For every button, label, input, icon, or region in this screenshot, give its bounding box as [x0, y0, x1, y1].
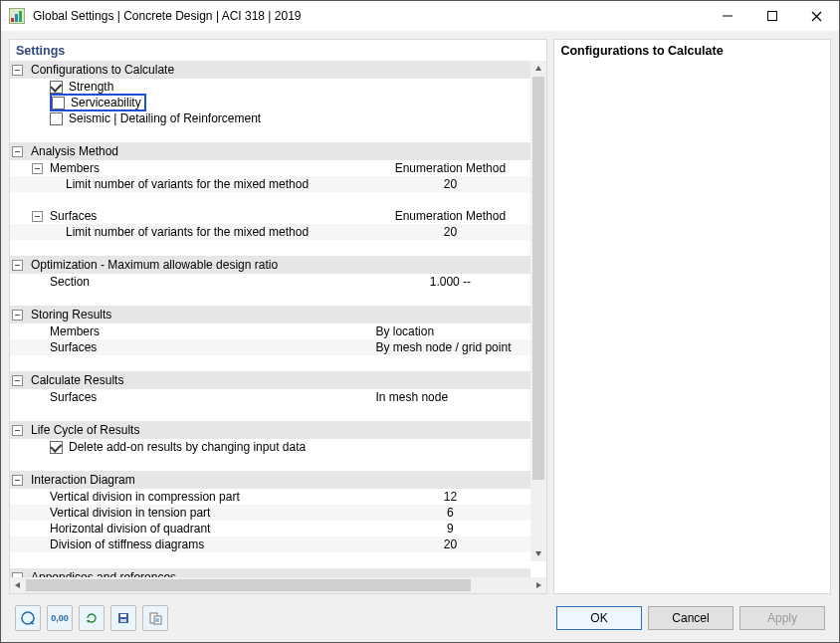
apply-button[interactable]: Apply [739, 606, 825, 630]
scroll-thumb[interactable] [26, 579, 471, 591]
collapse-icon[interactable] [12, 475, 23, 486]
scroll-thumb[interactable] [532, 77, 544, 480]
value[interactable]: 1.000 -- [375, 275, 530, 289]
collapse-icon[interactable] [12, 425, 23, 436]
collapse-icon[interactable] [12, 65, 23, 76]
scroll-track[interactable] [530, 77, 546, 545]
svg-marker-18 [535, 66, 541, 71]
row-surfaces-limit[interactable]: Limit number of variants for the mixed m… [10, 224, 530, 240]
row-seismic: Seismic | Detailing of Reinforcement [10, 110, 530, 126]
group-label: Appendices and references [31, 570, 176, 577]
value[interactable]: In mesh node [375, 390, 530, 404]
group-optimization[interactable]: Optimization - Maximum allowable design … [10, 256, 530, 274]
save-button[interactable] [110, 605, 136, 631]
close-button[interactable] [794, 2, 839, 30]
svg-rect-29 [154, 616, 161, 624]
group-label: Storing Results [31, 308, 111, 322]
value[interactable]: By mesh node / grid point [375, 340, 530, 354]
checkbox-seismic[interactable] [50, 112, 63, 125]
row-storing-surfaces[interactable]: Surfaces By mesh node / grid point [10, 339, 530, 355]
refresh-button[interactable] [79, 605, 105, 631]
right-panel-title: Configurations to Calculate [554, 40, 830, 61]
label: Section [50, 275, 90, 289]
group-storing[interactable]: Storing Results [10, 306, 530, 323]
cancel-button[interactable]: Cancel [648, 606, 734, 630]
units-button[interactable]: 0,00 [47, 605, 73, 631]
group-label: Interaction Diagram [31, 473, 135, 487]
panels: Settings Configurations to Calculate Str… [9, 39, 831, 594]
scroll-down-icon[interactable] [530, 545, 546, 561]
group-label: Configurations to Calculate [31, 63, 174, 77]
scroll-up-icon[interactable] [530, 61, 546, 77]
svg-rect-27 [120, 619, 126, 622]
report-button[interactable] [142, 605, 168, 631]
checkbox-strength[interactable] [50, 81, 63, 94]
minimize-button[interactable] [705, 2, 749, 30]
value[interactable]: Enumeration Method [375, 209, 530, 223]
ok-button[interactable]: OK [556, 606, 642, 630]
group-lifecycle[interactable]: Life Cycle of Results [10, 421, 530, 439]
svg-rect-1 [11, 18, 14, 22]
label: Limit number of variants for the mixed m… [66, 177, 309, 191]
checkbox-delete-results[interactable] [50, 441, 63, 454]
row-storing-members[interactable]: Members By location [10, 323, 530, 339]
app-icon [9, 8, 25, 24]
value[interactable]: 6 [375, 506, 530, 520]
horizontal-scrollbar[interactable] [10, 577, 546, 593]
svg-marker-21 [536, 582, 541, 588]
label-strength: Strength [69, 80, 113, 94]
checkbox-serviceability[interactable] [52, 97, 65, 109]
row-vcomp[interactable]: Vertical division in compression part 12 [10, 489, 530, 505]
group-calculate[interactable]: Calculate Results [10, 371, 530, 389]
tree-wrap: Configurations to Calculate Strength Ser… [10, 61, 546, 577]
left-body: Configurations to Calculate Strength Ser… [10, 61, 546, 593]
collapse-icon[interactable] [12, 572, 23, 578]
tree: Configurations to Calculate Strength Ser… [10, 61, 546, 577]
right-panel: Configurations to Calculate [553, 39, 831, 594]
scroll-left-icon[interactable] [10, 577, 26, 593]
group-configurations[interactable]: Configurations to Calculate [10, 61, 530, 79]
value[interactable]: 20 [375, 225, 530, 239]
window: Global Settings | Concrete Design | ACI … [0, 0, 840, 643]
label: Surfaces [50, 340, 97, 354]
label: Surfaces [50, 209, 97, 223]
label: Horizontal division of quadrant [50, 522, 210, 536]
row-members-limit[interactable]: Limit number of variants for the mixed m… [10, 176, 530, 192]
collapse-icon[interactable] [12, 260, 23, 271]
window-title: Global Settings | Concrete Design | ACI … [33, 9, 705, 23]
label: Members [50, 324, 100, 338]
group-analysis[interactable]: Analysis Method [10, 142, 530, 160]
left-panel: Settings Configurations to Calculate Str… [9, 39, 547, 594]
value[interactable]: 20 [375, 537, 530, 551]
vertical-scrollbar[interactable] [530, 61, 546, 561]
help-button[interactable] [15, 605, 41, 631]
row-section[interactable]: Section 1.000 -- [10, 274, 530, 290]
group-label: Analysis Method [31, 144, 118, 158]
value[interactable]: 20 [375, 177, 530, 191]
row-stiff[interactable]: Division of stiffness diagrams 20 [10, 536, 530, 552]
collapse-icon[interactable] [12, 310, 23, 321]
maximize-button[interactable] [749, 2, 794, 30]
scroll-track[interactable] [26, 577, 530, 593]
row-calc-surfaces[interactable]: Surfaces In mesh node [10, 389, 530, 405]
row-hquad[interactable]: Horizontal division of quadrant 9 [10, 521, 530, 536]
collapse-icon[interactable] [12, 146, 23, 157]
svg-rect-3 [19, 11, 22, 22]
value[interactable]: Enumeration Method [375, 161, 530, 175]
value[interactable]: By location [375, 324, 530, 338]
row-members[interactable]: Members Enumeration Method [10, 160, 530, 176]
group-appendices[interactable]: Appendices and references [10, 568, 530, 577]
value[interactable]: 9 [375, 522, 530, 536]
group-interaction[interactable]: Interaction Diagram [10, 471, 530, 489]
svg-rect-2 [15, 14, 18, 22]
value[interactable]: 12 [375, 490, 530, 504]
collapse-icon[interactable] [12, 375, 23, 386]
scroll-right-icon[interactable] [530, 577, 546, 593]
label: Vertical division in compression part [50, 490, 240, 504]
row-surfaces[interactable]: Surfaces Enumeration Method [10, 208, 530, 224]
row-vtens[interactable]: Vertical division in tension part 6 [10, 505, 530, 521]
label: Vertical division in tension part [50, 506, 210, 520]
svg-rect-5 [767, 12, 776, 21]
row-strength: Strength [10, 79, 530, 95]
left-panel-title: Settings [10, 40, 546, 61]
